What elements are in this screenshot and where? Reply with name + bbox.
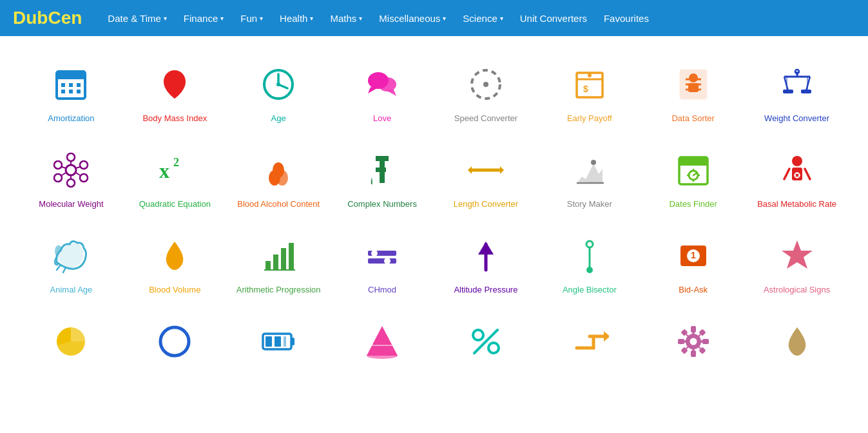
nav-item-health[interactable]: Health▾ [273,9,320,28]
nav-item-favourites[interactable]: Favourites [597,9,655,28]
card-drop2[interactable] [745,306,849,381]
svg-point-94 [586,241,593,247]
svg-point-97 [586,267,593,273]
card-weight-converter[interactable]: Weight Converter [745,49,849,135]
nav-item-fun[interactable]: Fun▾ [234,9,269,28]
card-amortization[interactable]: Amortization [19,49,123,135]
early-payoff-label: Early Payoff [567,113,612,124]
nav-item-date---time[interactable]: Date & Time▾ [101,9,173,28]
card-age[interactable]: Age [227,49,331,135]
svg-rect-66 [679,157,708,165]
card-complex-numbers[interactable]: i Complex Numbers [331,135,434,220]
svg-point-38 [66,165,76,175]
card-bid-ask[interactable]: 1 Bid-Ask [641,220,745,306]
svg-line-73 [693,173,697,175]
drop2-icon [775,319,820,364]
nav-items: Date & Time▾Finance▾Fun▾Health▾Maths▾Mis… [101,9,655,28]
svg-point-42 [67,179,75,187]
nav-item-unit-converters[interactable]: Unit Converters [514,9,593,28]
card-chmod[interactable]: CHmod [331,220,434,306]
card-length-converter[interactable]: Length Converter [434,135,538,220]
card-arrow-right[interactable] [537,306,641,381]
svg-line-47 [76,173,80,175]
svg-text:i: i [371,177,373,186]
card-quadratic-equation[interactable]: x 2 Quadratic Equation [123,135,227,220]
circle-icon [152,319,197,364]
card-percentage[interactable] [434,306,538,381]
svg-rect-107 [275,336,281,347]
complex-numbers-label: Complex Numbers [347,199,417,210]
svg-text:2: 2 [173,156,179,169]
chevron-down-icon: ▾ [500,15,503,22]
quadratic-equation-icon: x 2 [152,148,197,193]
svg-marker-109 [367,326,398,356]
card-data-sorter[interactable]: Data Sorter [641,49,745,135]
svg-rect-28 [688,83,699,92]
blood-alcohol-content-label: Blood Alcohol Content [237,199,320,210]
body-mass-index-label: Body Mass Index [142,113,207,124]
astrological-signs-label: Astrological Signs [764,285,830,296]
card-angle-bisector[interactable]: Angle Bisector [537,220,641,306]
svg-point-91 [384,258,391,264]
arithmetic-progression-icon [256,233,301,278]
card-love[interactable]: Love [331,49,434,135]
svg-rect-6 [69,90,73,93]
bid-ask-label: Bid-Ask [679,285,708,296]
nav-item-maths[interactable]: Maths▾ [323,9,369,28]
svg-rect-34 [801,90,811,93]
card-altitude-pressure[interactable]: Altitude Pressure [434,220,538,306]
svg-marker-62 [500,166,504,174]
chmod-label: CHmod [368,285,396,296]
card-pie-chart[interactable] [19,306,123,381]
percentage-icon [463,319,508,364]
speed-converter-icon [463,62,508,107]
svg-rect-5 [61,90,65,93]
logo[interactable]: DubCen [13,8,82,28]
card-astrological-signs[interactable]: Astrological Signs [745,220,849,306]
basal-metabolic-rate-icon [775,148,820,193]
svg-rect-123 [702,339,709,344]
card-blood-alcohol-content[interactable]: Blood Alcohol Content [227,135,331,220]
svg-point-55 [273,162,284,178]
chevron-down-icon: ▾ [443,15,446,22]
card-speed-converter[interactable]: Speed Converter [434,49,538,135]
card-gear[interactable] [641,306,745,381]
chevron-down-icon: ▾ [220,15,224,22]
card-molecular-weight[interactable]: Molecular Weight [19,135,123,220]
angle-bisector-label: Angle Bisector [563,285,617,296]
nav-item-finance[interactable]: Finance▾ [177,9,230,28]
svg-rect-83 [265,261,271,270]
blood-volume-icon [152,233,197,278]
card-circle[interactable] [123,306,227,381]
card-cone[interactable] [331,306,434,381]
card-dates-finder[interactable]: Dates Finder [641,135,745,220]
angle-bisector-icon [567,233,612,278]
svg-point-90 [371,250,378,256]
card-body-mass-index[interactable]: Body Mass Index [123,49,227,135]
svg-rect-106 [265,336,272,347]
svg-rect-2 [61,83,65,87]
card-early-payoff[interactable]: $ Early Payoff [537,49,641,135]
svg-line-49 [62,173,66,175]
card-story-maker[interactable]: Story Maker [537,135,641,220]
card-blood-volume[interactable]: Blood Volume [123,220,227,306]
svg-point-14 [378,77,396,91]
card-animal-age[interactable]: Animal Age [19,220,123,306]
length-converter-icon [463,148,508,193]
animal-age-icon [48,233,93,278]
svg-rect-120 [691,326,696,332]
dates-finder-icon [671,148,716,193]
data-sorter-label: Data Sorter [671,113,714,124]
card-arithmetic-progression[interactable]: Arithmetic Progression [227,220,331,306]
nav-item-science[interactable]: Science▾ [456,9,509,28]
nav-item-miscellaneous[interactable]: Miscellaneous▾ [372,9,452,28]
card-basal-metabolic-rate[interactable]: Basal Metabolic Rate [745,135,849,220]
svg-line-81 [57,265,61,270]
bid-ask-icon: 1 [671,233,716,278]
svg-line-77 [805,169,810,179]
chmod-icon [360,233,405,278]
length-converter-label: Length Converter [454,199,518,210]
early-payoff-icon: $ [567,62,612,107]
svg-line-114 [474,330,497,353]
card-battery[interactable] [227,306,331,381]
